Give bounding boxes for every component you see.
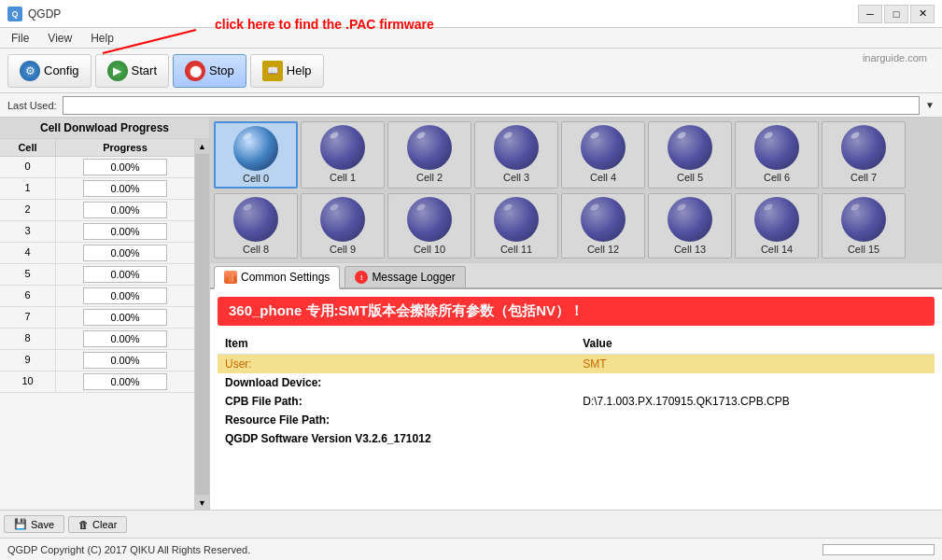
cell-sphere (754, 197, 799, 242)
close-button[interactable]: ✕ (910, 5, 935, 23)
help-button[interactable]: 📖 Help (250, 54, 324, 88)
stop-label: Stop (209, 63, 234, 77)
menu-view[interactable]: View (44, 30, 76, 47)
tab-message-logger[interactable]: ! Message Logger (344, 266, 465, 287)
message-logger-icon: ! (355, 271, 368, 284)
list-item[interactable]: Cell 6 (735, 121, 819, 189)
list-item[interactable]: Cell 3 (474, 121, 558, 189)
cell-label: Cell 0 (243, 173, 269, 184)
cell-progress-value (56, 307, 194, 328)
progress-input[interactable] (83, 159, 167, 175)
list-item[interactable]: Cell 7 (822, 121, 906, 189)
settings-value (575, 411, 935, 429)
clear-label: Clear (92, 519, 117, 530)
cell-sphere (668, 197, 712, 242)
list-item[interactable]: Cell 8 (214, 193, 298, 259)
list-item[interactable]: Cell 1 (301, 121, 385, 189)
cell-label: Cell 6 (764, 172, 790, 183)
settings-item: Download Device: (218, 373, 575, 392)
list-item[interactable]: Cell 12 (561, 193, 645, 259)
start-button[interactable]: ▶ Start (95, 54, 169, 88)
cell-label: Cell 7 (851, 172, 877, 183)
list-item[interactable]: Cell 4 (561, 121, 645, 189)
scroll-up-button[interactable]: ▲ (195, 139, 209, 154)
list-item[interactable]: Cell 9 (301, 193, 385, 259)
scroll-down-button[interactable]: ▼ (195, 495, 209, 510)
list-item[interactable]: Cell 13 (648, 193, 732, 259)
table-row: 5 (0, 264, 194, 286)
cell-progress-value (56, 329, 194, 349)
settings-value (575, 429, 935, 448)
config-label: Config (44, 63, 79, 77)
cell-label: Cell 10 (414, 244, 445, 255)
list-item[interactable]: Cell 0 (214, 121, 298, 189)
cell-label: Cell 8 (243, 244, 269, 255)
cell-sphere (233, 197, 278, 242)
cell-sphere (581, 125, 626, 170)
settings-item: User: (218, 355, 575, 374)
list-item[interactable]: Cell 10 (387, 193, 471, 259)
cell-number: 3 (0, 221, 56, 242)
progress-input[interactable] (83, 309, 167, 326)
progress-input[interactable] (83, 330, 167, 347)
settings-content: 360_phone 专用:SMT版本会擦除所有参数（包括NV）！ Item Va… (210, 289, 942, 510)
scroll-bar: ▲ ▼ (194, 139, 209, 510)
settings-value: D:\7.1.003.PX.170915.QK1713.CPB.CPB (575, 392, 935, 411)
progress-input[interactable] (83, 287, 167, 304)
clear-button[interactable]: 🗑 Clear (68, 516, 127, 533)
list-item[interactable]: Cell 2 (387, 121, 471, 189)
col-progress: Progress (56, 139, 194, 156)
progress-input[interactable] (83, 202, 167, 218)
table-row: 0 (0, 157, 194, 178)
table-row: 4 (0, 243, 194, 264)
list-item[interactable]: Cell 14 (735, 193, 819, 259)
tab-common-settings[interactable]: Common Settings (214, 266, 340, 289)
maximize-button[interactable]: □ (884, 5, 908, 23)
config-button[interactable]: ⚙ Config (7, 54, 91, 88)
cell-progress-value (56, 243, 194, 263)
menu-help[interactable]: Help (87, 30, 118, 47)
warning-banner: 360_phone 专用:SMT版本会擦除所有参数（包括NV）！ (218, 297, 935, 326)
watermark: inarguide.com (863, 51, 927, 64)
last-used-input[interactable] (63, 96, 921, 115)
cell-progress-value (56, 350, 194, 371)
config-icon: ⚙ (20, 61, 40, 81)
left-panel: Cell Donwload Progress Cell Progress 0 1 (0, 118, 210, 510)
col-cell: Cell (0, 139, 56, 156)
minimize-button[interactable]: ─ (858, 5, 882, 23)
col-item-header: Item (218, 333, 575, 355)
cell-label: Cell 12 (587, 244, 619, 255)
cell-number: 9 (0, 350, 56, 371)
cell-sphere (407, 125, 452, 170)
list-item[interactable]: Cell 11 (474, 193, 558, 259)
cell-label: Cell 2 (416, 172, 443, 183)
progress-input[interactable] (83, 266, 167, 283)
status-progress-bar (822, 544, 935, 555)
progress-input[interactable] (83, 223, 167, 240)
save-button[interactable]: 💾 Save (4, 515, 64, 533)
table-row: QGDP Software Version V3.2.6_171012 (218, 429, 935, 448)
cell-number: 2 (0, 200, 56, 220)
col-value-header: Value (575, 333, 935, 355)
list-item[interactable]: Cell 5 (648, 121, 732, 189)
cell-label: Cell 1 (330, 172, 356, 183)
table-row: 3 (0, 221, 194, 243)
settings-item: CPB File Path: (218, 392, 575, 411)
progress-input[interactable] (83, 245, 167, 261)
table-row: 6 (0, 286, 194, 307)
progress-input[interactable] (83, 352, 167, 369)
progress-input[interactable] (83, 373, 167, 390)
cell-progress-value (56, 371, 194, 392)
table-row: CPB File Path:D:\7.1.003.PX.170915.QK171… (218, 392, 935, 411)
list-item[interactable]: Cell 15 (822, 193, 906, 259)
progress-input[interactable] (83, 180, 167, 197)
help-label: Help (287, 63, 312, 77)
table-row: 1 (0, 178, 194, 200)
cell-label: Cell 4 (590, 172, 616, 183)
stop-button[interactable]: ⬤ Stop (173, 54, 246, 88)
bottom-tab-bar: 💾 Save 🗑 Clear (0, 510, 942, 538)
cell-number: 7 (0, 307, 56, 328)
menu-file[interactable]: File (7, 30, 33, 47)
last-used-dropdown[interactable]: ▼ (925, 100, 935, 110)
cell-sphere (320, 197, 365, 242)
